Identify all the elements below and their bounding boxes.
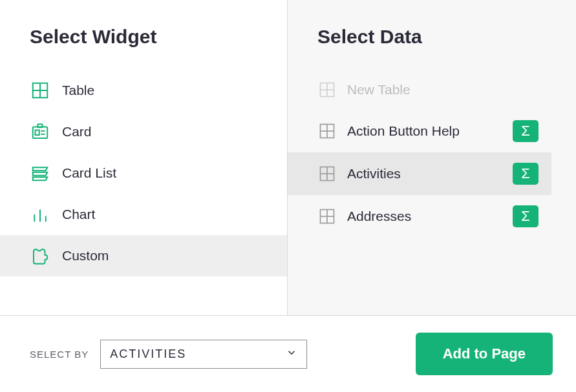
sigma-icon[interactable]: Σ [513,163,539,185]
select-widget-panel: Select Widget Table Card Card List Chart… [0,0,288,315]
widget-item-label: Table [62,83,94,98]
widget-item-chart[interactable]: Chart [0,194,287,235]
footer: SELECT BY ACTIVITIES Add to Page [0,316,576,392]
data-item-label: Addresses [347,209,502,224]
data-item-activities[interactable]: ActivitiesΣ [288,152,551,195]
select-widget-title: Select Widget [0,0,287,70]
sigma-icon[interactable]: Σ [513,120,539,142]
select-by-label: SELECT BY [30,349,89,360]
add-to-page-button[interactable]: Add to Page [416,333,553,375]
grid-icon [317,80,337,99]
select-data-title: Select Data [288,0,576,70]
widget-item-label: Custom [62,248,109,263]
custom-icon [30,245,50,266]
sigma-icon[interactable]: Σ [513,205,539,227]
chart-icon [30,204,50,225]
widget-item-card[interactable]: Card [0,111,287,152]
data-item-label: Action Button Help [347,123,502,139]
cardlist-icon [30,163,50,183]
select-by-value: ACTIVITIES [110,347,186,361]
grid-icon [317,121,337,141]
table-icon [30,80,50,101]
widget-item-card-list[interactable]: Card List [0,152,287,194]
data-item-label: Activities [347,166,502,181]
widget-item-custom[interactable]: Custom [0,235,287,276]
grid-icon [317,164,337,183]
widget-item-label: Card List [62,165,116,181]
chevron-down-icon [286,347,297,362]
data-item-action-button-help[interactable]: Action Button HelpΣ [288,110,551,152]
data-list: New Table Action Button HelpΣ Activities… [288,70,576,238]
widget-item-label: Card [62,124,92,139]
data-item-addresses[interactable]: AddressesΣ [288,195,551,238]
widget-item-table[interactable]: Table [0,70,287,111]
card-icon [30,121,50,142]
data-item-new-table: New Table [288,70,551,110]
data-item-label: New Table [347,82,539,98]
svg-rect-4 [37,124,43,127]
widget-item-label: Chart [62,207,95,222]
select-data-panel: Select Data New Table Action Button Help… [288,0,576,315]
grid-icon [317,207,337,226]
select-by-dropdown[interactable]: ACTIVITIES [100,340,307,369]
widget-list: Table Card Card List Chart Custom [0,70,287,276]
svg-rect-5 [36,130,39,136]
